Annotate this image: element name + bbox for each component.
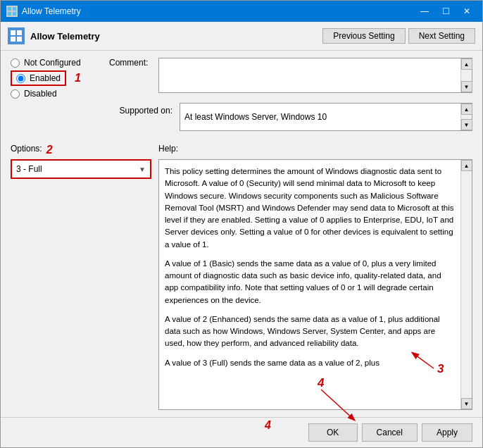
disabled-label[interactable]: Disabled xyxy=(24,89,57,99)
help-para-2: A value of 1 (Basic) sends the same data… xyxy=(165,258,456,306)
options-label: Options: xyxy=(11,144,42,154)
scroll-track xyxy=(461,70,472,81)
help-para-1: This policy setting determines the amoun… xyxy=(165,166,456,251)
supported-scrollbar[interactable]: ▲ ▼ xyxy=(460,104,472,130)
help-text: This policy setting determines the amoun… xyxy=(159,160,472,409)
main-panels: Options: 2 3 - Full ▼ Help: This policy … xyxy=(11,144,472,410)
comment-box[interactable]: ▲ ▼ xyxy=(158,58,472,93)
enabled-radio[interactable] xyxy=(16,74,25,83)
previous-setting-button[interactable]: Previous Setting xyxy=(322,28,405,44)
cancel-button[interactable]: Cancel xyxy=(362,423,418,442)
window-icon xyxy=(6,6,18,17)
scroll-down-arrow[interactable]: ▼ xyxy=(461,81,472,92)
header-bar: Allow Telemetry Previous Setting Next Se… xyxy=(1,22,482,51)
comment-label: Comment: xyxy=(109,58,151,93)
supported-label: Supported on: xyxy=(109,103,172,116)
scroll-up-arrow-3[interactable]: ▲ xyxy=(461,160,472,171)
svg-rect-6 xyxy=(11,37,15,42)
disabled-radio[interactable] xyxy=(11,89,20,99)
comment-scrollbar[interactable]: ▲ ▼ xyxy=(460,58,472,92)
title-bar-controls: — ☐ ✕ xyxy=(415,4,477,18)
help-para-4: A value of 3 (Full) sends the same data … xyxy=(165,357,456,369)
help-scrollbar[interactable]: ▲ ▼ xyxy=(460,160,472,409)
enabled-box: Enabled xyxy=(11,70,66,86)
help-box: This policy setting determines the amoun… xyxy=(158,159,472,410)
dropdown[interactable]: 3 - Full ▼ xyxy=(11,159,151,179)
help-para-3: A value of 2 (Enhanced) sends the same d… xyxy=(165,313,456,350)
help-label: Help: xyxy=(158,144,178,154)
footer: 4 OK Cancel Apply xyxy=(1,417,482,447)
annotation-1: 1 xyxy=(75,72,81,85)
not-configured-row: Not Configured xyxy=(11,58,102,68)
minimize-button[interactable]: — xyxy=(415,4,434,18)
header-icon xyxy=(8,27,25,44)
title-bar: Allow Telemetry — ☐ ✕ xyxy=(1,1,482,22)
svg-rect-7 xyxy=(17,37,22,42)
header-title: Allow Telemetry xyxy=(30,31,317,42)
main-window: Allow Telemetry — ☐ ✕ Allow Telemetry Pr… xyxy=(0,0,483,448)
scroll-up-arrow[interactable]: ▲ xyxy=(461,58,472,70)
supported-box: At least Windows Server, Windows 10 ▲ ▼ xyxy=(180,103,472,131)
maximize-button[interactable]: ☐ xyxy=(436,4,456,18)
content-area: Not Configured Enabled 1 Disabled xyxy=(1,51,482,417)
options-panel: Options: 2 3 - Full ▼ xyxy=(11,144,151,410)
supported-section: Supported on: At least Windows Server, W… xyxy=(109,103,472,131)
not-configured-label[interactable]: Not Configured xyxy=(24,58,81,68)
svg-rect-5 xyxy=(17,30,22,35)
annotation-4: 4 xyxy=(265,419,271,433)
annotation-2: 2 xyxy=(46,144,53,156)
title-bar-text: Allow Telemetry xyxy=(22,6,81,16)
disabled-row: Disabled xyxy=(11,89,102,99)
enabled-label[interactable]: Enabled xyxy=(30,73,61,83)
next-setting-button[interactable]: Next Setting xyxy=(408,28,475,44)
svg-rect-0 xyxy=(8,7,11,11)
svg-rect-3 xyxy=(13,12,16,15)
scroll-up-arrow-2[interactable]: ▲ xyxy=(461,104,472,115)
svg-rect-4 xyxy=(11,30,15,35)
ok-button[interactable]: OK xyxy=(308,423,358,442)
svg-rect-2 xyxy=(8,12,11,15)
radio-section: Not Configured Enabled 1 Disabled xyxy=(11,58,102,131)
close-button[interactable]: ✕ xyxy=(457,4,477,18)
dropdown-value: 3 - Full xyxy=(16,164,42,174)
comment-section: Comment: ▲ ▼ xyxy=(109,58,472,93)
scroll-down-arrow-3[interactable]: ▼ xyxy=(461,398,472,409)
enabled-row: Enabled 1 xyxy=(11,70,102,86)
apply-button[interactable]: Apply xyxy=(422,423,472,442)
svg-rect-1 xyxy=(13,7,16,11)
help-panel: Help: This policy setting determines the… xyxy=(158,144,472,410)
dropdown-arrow-icon: ▼ xyxy=(139,166,146,173)
scroll-down-arrow-2[interactable]: ▼ xyxy=(461,119,472,130)
scroll-track-3 xyxy=(461,171,472,398)
not-configured-radio[interactable] xyxy=(11,58,20,68)
title-bar-left: Allow Telemetry xyxy=(6,6,81,17)
supported-value: At least Windows Server, Windows 10 xyxy=(184,112,327,122)
nav-buttons: Previous Setting Next Setting xyxy=(322,28,475,44)
